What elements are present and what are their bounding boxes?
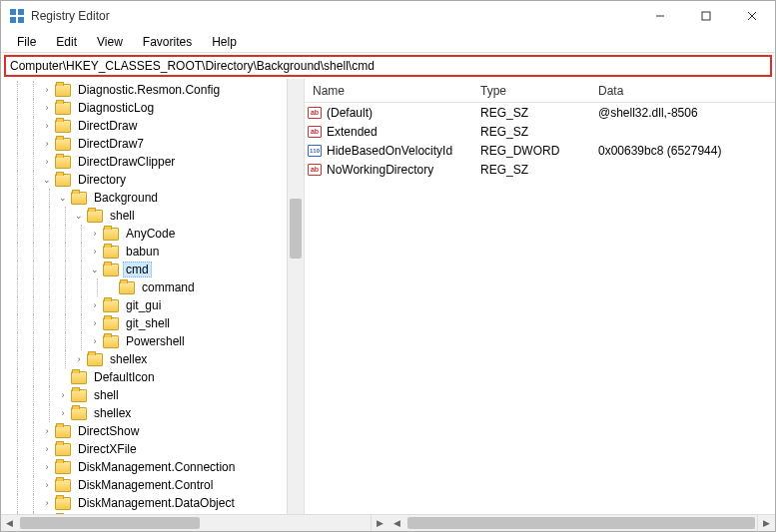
tree-item-babun[interactable]: ›babun <box>1 243 287 261</box>
chevron-right-icon[interactable]: › <box>89 246 101 258</box>
chevron-right-icon[interactable]: › <box>41 479 53 491</box>
tree-item-shell[interactable]: ⌄shell <box>1 207 287 225</box>
hscroll-left-arrow-2[interactable]: ◀ <box>388 515 405 531</box>
tree-item-defaulticon[interactable]: DefaultIcon <box>1 368 287 386</box>
list-horizontal-scrollbar[interactable] <box>405 515 759 531</box>
tree-vertical-scrollbar[interactable] <box>287 79 304 514</box>
maximize-button[interactable] <box>683 1 729 31</box>
tree-item-diskmanagement-connection[interactable]: ›DiskManagement.Connection <box>1 458 287 476</box>
tree-horizontal-scrollbar[interactable] <box>18 515 372 531</box>
folder-icon <box>103 228 119 241</box>
chevron-right-icon[interactable]: › <box>89 228 101 240</box>
menu-edit[interactable]: Edit <box>46 32 87 52</box>
list-body[interactable]: ab(Default)REG_SZ@shell32.dll,-8506abExt… <box>305 103 775 514</box>
tree-item-git-gui[interactable]: ›git_gui <box>1 296 287 314</box>
hscroll-left-arrow[interactable]: ◀ <box>1 515 18 531</box>
value-row[interactable]: 110HideBasedOnVelocityIdREG_DWORD0x00639… <box>305 141 775 160</box>
address-bar <box>4 55 772 77</box>
folder-icon <box>55 84 71 97</box>
tree-item-diskmanagement-control[interactable]: ›DiskManagement.Control <box>1 476 287 494</box>
chevron-right-icon[interactable]: › <box>41 425 53 437</box>
tree-item-diagnostic-resmon-config[interactable]: ›Diagnostic.Resmon.Config <box>1 81 287 99</box>
value-row[interactable]: ab(Default)REG_SZ@shell32.dll,-8506 <box>305 103 775 122</box>
tree-item-git-shell[interactable]: ›git_shell <box>1 314 287 332</box>
tree-item-directshow[interactable]: ›DirectShow <box>1 422 287 440</box>
column-header-name[interactable]: Name <box>305 80 472 102</box>
horizontal-scrollbars: ◀ ▶ ◀ ▶ <box>1 514 775 531</box>
reg-string-icon: ab <box>308 107 322 119</box>
tree-scroll[interactable]: ›Diagnostic.Resmon.Config›DiagnosticLog›… <box>1 79 287 514</box>
tree-item-shellex[interactable]: ›shellex <box>1 404 287 422</box>
hscroll-right-arrow[interactable]: ▶ <box>372 515 388 531</box>
column-header-type[interactable]: Type <box>472 80 590 102</box>
tree-item-label: DiagnosticLog <box>75 100 157 116</box>
tree-item-label: DirectDraw <box>75 118 140 134</box>
chevron-down-icon[interactable]: ⌄ <box>41 174 53 186</box>
folder-icon <box>103 335 119 348</box>
folder-icon <box>103 264 119 276</box>
chevron-right-icon[interactable]: › <box>41 497 53 509</box>
scrollbar-thumb[interactable] <box>407 517 756 529</box>
chevron-right-icon[interactable]: › <box>89 317 101 329</box>
list-header: Name Type Data <box>305 79 775 103</box>
chevron-right-icon[interactable]: › <box>41 138 53 150</box>
tree-item-label: DirectDraw7 <box>75 136 147 152</box>
folder-icon <box>71 389 87 402</box>
tree-item-directxfile[interactable]: ›DirectXFile <box>1 440 287 458</box>
tree-item-diskmanagement-snapin[interactable]: ›DiskManagement.SnapIn <box>1 512 287 514</box>
tree-item-directory[interactable]: ⌄Directory <box>1 171 287 189</box>
hscroll-right-arrow-2[interactable]: ▶ <box>758 515 775 531</box>
folder-icon <box>55 443 71 456</box>
tree-item-powershell[interactable]: ›Powershell <box>1 332 287 350</box>
tree-item-background[interactable]: ⌄Background <box>1 189 287 207</box>
tree-item-command[interactable]: command <box>1 278 287 296</box>
tree-item-shell[interactable]: ›shell <box>1 386 287 404</box>
chevron-right-icon[interactable]: › <box>57 407 69 419</box>
value-row[interactable]: abNoWorkingDirectoryREG_SZ <box>305 160 775 179</box>
tree-item-diagnosticlog[interactable]: ›DiagnosticLog <box>1 99 287 117</box>
chevron-down-icon[interactable]: ⌄ <box>73 210 85 222</box>
chevron-right-icon[interactable]: › <box>41 156 53 168</box>
column-header-data[interactable]: Data <box>590 80 775 102</box>
chevron-right-icon[interactable]: › <box>41 102 53 114</box>
menu-favorites[interactable]: Favorites <box>133 32 202 52</box>
reg-binary-icon: 110 <box>308 145 322 157</box>
folder-icon <box>71 371 87 384</box>
tree-item-directdraw7[interactable]: ›DirectDraw7 <box>1 135 287 153</box>
tree-item-directdrawclipper[interactable]: ›DirectDrawClipper <box>1 153 287 171</box>
chevron-down-icon[interactable]: ⌄ <box>57 192 69 204</box>
folder-icon <box>55 138 71 151</box>
chevron-right-icon[interactable]: › <box>73 353 85 365</box>
scrollbar-thumb[interactable] <box>20 517 200 529</box>
value-data: 0x00639bc8 (6527944) <box>590 144 775 158</box>
folder-icon <box>55 425 71 438</box>
folder-icon <box>71 192 87 205</box>
tree-item-label: babun <box>123 244 162 260</box>
menu-view[interactable]: View <box>87 32 133 52</box>
close-button[interactable] <box>729 1 775 31</box>
tree-item-directdraw[interactable]: ›DirectDraw <box>1 117 287 135</box>
menu-file[interactable]: File <box>7 32 46 52</box>
tree-item-shellex[interactable]: ›shellex <box>1 350 287 368</box>
menu-help[interactable]: Help <box>202 32 247 52</box>
app-icon <box>9 8 25 24</box>
tree-item-label: Diagnostic.Resmon.Config <box>75 82 223 98</box>
chevron-right-icon[interactable]: › <box>41 120 53 132</box>
chevron-right-icon[interactable]: › <box>89 299 101 311</box>
address-input[interactable] <box>10 59 766 73</box>
minimize-button[interactable] <box>637 1 683 31</box>
chevron-down-icon[interactable]: ⌄ <box>89 264 101 275</box>
tree-item-label: shell <box>107 208 138 224</box>
tree-item-label: shell <box>91 387 122 403</box>
value-row[interactable]: abExtendedREG_SZ <box>305 122 775 141</box>
tree-item-anycode[interactable]: ›AnyCode <box>1 225 287 243</box>
chevron-right-icon[interactable]: › <box>57 389 69 401</box>
chevron-right-icon[interactable]: › <box>89 335 101 347</box>
folder-icon <box>71 407 87 420</box>
scrollbar-thumb[interactable] <box>290 199 302 259</box>
chevron-right-icon[interactable]: › <box>41 461 53 473</box>
chevron-right-icon[interactable]: › <box>41 443 53 455</box>
tree-item-diskmanagement-dataobject[interactable]: ›DiskManagement.DataObject <box>1 494 287 512</box>
chevron-right-icon[interactable]: › <box>41 84 53 96</box>
tree-item-cmd[interactable]: ⌄cmd <box>1 261 287 278</box>
